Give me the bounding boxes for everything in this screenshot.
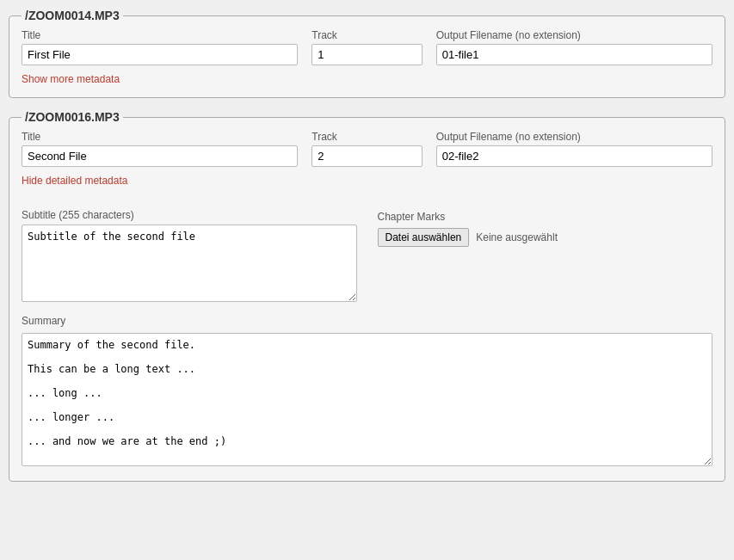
file1-track-input[interactable]	[311, 44, 423, 65]
file2-title-input[interactable]	[22, 145, 298, 167]
no-file-selected-text: Keine ausgewählt	[476, 231, 558, 243]
file1-title-input[interactable]	[22, 44, 298, 65]
file1-output-label: Output Filename (no extension)	[436, 29, 712, 41]
file1-legend: /ZOOM0014.MP3	[22, 9, 123, 22]
hide-metadata-link[interactable]: Hide detailed metadata	[22, 175, 127, 187]
file2-summary-textarea[interactable]	[22, 333, 712, 466]
file2-subtitle-chapter-row: Subtitle (255 characters) Chapter Marks …	[22, 209, 712, 305]
file2-output-label: Output Filename (no extension)	[436, 131, 712, 143]
file1-output-input[interactable]	[436, 44, 712, 65]
file2-output-group: Output Filename (no extension)	[436, 131, 712, 167]
file1-title-group: Title	[22, 29, 298, 65]
file1-section: /ZOOM0014.MP3 Title Track Output Filenam…	[9, 9, 725, 98]
show-more-link[interactable]: Show more metadata	[22, 73, 120, 85]
file2-track-input[interactable]	[311, 145, 423, 167]
file2-summary-label: Summary	[22, 315, 712, 327]
choose-file-button[interactable]: Datei auswählen	[378, 228, 470, 247]
file2-legend: /ZOOM0016.MP3	[22, 110, 123, 124]
file2-chapter-marks-label: Chapter Marks	[378, 211, 713, 223]
file2-chapter-col: Chapter Marks Datei auswählen Keine ausg…	[378, 209, 713, 305]
file1-track-label: Track	[311, 29, 423, 41]
file1-fields-row: Title Track Output Filename (no extensio…	[22, 29, 712, 65]
file2-output-input[interactable]	[436, 145, 712, 167]
file2-subtitle-col: Subtitle (255 characters)	[22, 209, 357, 305]
file2-extra-metadata: Subtitle (255 characters) Chapter Marks …	[22, 209, 712, 469]
file2-subtitle-textarea[interactable]	[22, 225, 357, 302]
file2-section: /ZOOM0016.MP3 Title Track Output Filenam…	[9, 110, 725, 482]
file2-chapter-marks-row: Datei auswählen Keine ausgewählt	[378, 228, 713, 247]
file1-output-group: Output Filename (no extension)	[436, 29, 712, 65]
file1-track-group: Track	[311, 29, 423, 65]
file2-track-label: Track	[311, 131, 423, 143]
file2-title-label: Title	[22, 131, 298, 143]
file2-fields-row: Title Track Output Filename (no extensio…	[22, 131, 712, 167]
file2-title-group: Title	[22, 131, 298, 167]
file2-subtitle-label: Subtitle (255 characters)	[22, 209, 357, 221]
file2-track-group: Track	[311, 131, 423, 167]
file1-title-label: Title	[22, 29, 298, 41]
